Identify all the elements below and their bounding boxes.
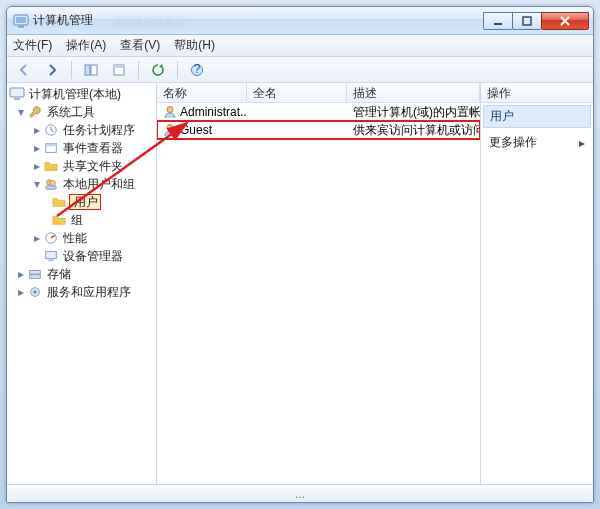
tree-label: 本地用户和组 xyxy=(63,176,135,193)
expand-icon[interactable]: ▸ xyxy=(31,232,43,244)
expand-icon[interactable]: ▸ xyxy=(31,160,43,172)
properties-button[interactable] xyxy=(108,59,130,81)
user-icon xyxy=(163,123,177,137)
tree-users[interactable]: 用户 xyxy=(7,193,156,211)
table-row[interactable]: Administrat... 管理计算机(域)的内置帐户 xyxy=(157,103,480,121)
tree-label: 系统工具 xyxy=(47,104,95,121)
svg-rect-1 xyxy=(18,26,24,28)
tree-system-tools[interactable]: ▾ 系统工具 xyxy=(7,103,156,121)
column-header-fullname[interactable]: 全名 xyxy=(247,83,347,102)
svg-point-25 xyxy=(33,290,37,294)
app-icon xyxy=(13,13,29,29)
clock-icon xyxy=(43,122,59,138)
expand-icon[interactable]: ▸ xyxy=(15,268,27,280)
menubar: 文件(F) 操作(A) 查看(V) 帮助(H) xyxy=(7,35,593,57)
window-frame: 计算机管理 ░░░░░░░ 文件(F) 操作(A) 查看(V) 帮助(H) ? xyxy=(6,6,594,503)
maximize-button[interactable] xyxy=(512,12,542,30)
storage-icon xyxy=(27,266,43,282)
actions-pane: 操作 用户 更多操作 ▸ xyxy=(481,83,593,484)
middle-wrap: 名称 全名 描述 Administrat... 管理计算机(域)的内置帐户 xyxy=(157,83,593,484)
computer-icon xyxy=(9,86,25,102)
tree-groups[interactable]: 组 xyxy=(7,211,156,229)
toolbar-separator xyxy=(177,61,178,79)
menu-help[interactable]: 帮助(H) xyxy=(174,37,215,54)
show-hide-tree-button[interactable] xyxy=(80,59,102,81)
actions-more[interactable]: 更多操作 ▸ xyxy=(481,130,593,155)
list-header: 名称 全名 描述 xyxy=(157,83,480,103)
collapse-icon[interactable]: ▾ xyxy=(15,106,27,118)
wrench-icon xyxy=(27,104,43,120)
svg-rect-22 xyxy=(30,271,41,275)
help-button[interactable]: ? xyxy=(186,59,208,81)
forward-button[interactable] xyxy=(41,59,63,81)
tree-label: 存储 xyxy=(47,266,71,283)
tree-label: 计算机管理(本地) xyxy=(29,86,121,103)
svg-rect-8 xyxy=(114,65,124,68)
tree-label: 共享文件夹 xyxy=(63,158,123,175)
folder-icon xyxy=(51,212,67,228)
shared-folder-icon xyxy=(43,158,59,174)
event-icon xyxy=(43,140,59,156)
refresh-button[interactable] xyxy=(147,59,169,81)
performance-icon xyxy=(43,230,59,246)
menu-file[interactable]: 文件(F) xyxy=(13,37,52,54)
svg-rect-23 xyxy=(30,275,41,279)
services-icon xyxy=(27,284,43,300)
collapse-icon[interactable]: ▾ xyxy=(31,178,43,190)
statusbar-text: ... xyxy=(295,487,305,501)
expand-icon[interactable]: ▸ xyxy=(31,142,43,154)
toolbar: ? xyxy=(7,57,593,83)
column-header-name[interactable]: 名称 xyxy=(157,83,247,102)
tree-device-manager[interactable]: 设备管理器 xyxy=(7,247,156,265)
tree-root[interactable]: 计算机管理(本地) xyxy=(7,85,156,103)
svg-rect-5 xyxy=(85,65,90,75)
tree-performance[interactable]: ▸ 性能 xyxy=(7,229,156,247)
column-header-desc[interactable]: 描述 xyxy=(347,83,480,102)
svg-rect-3 xyxy=(494,23,502,25)
list-pane: 名称 全名 描述 Administrat... 管理计算机(域)的内置帐户 xyxy=(157,83,481,484)
svg-rect-4 xyxy=(523,17,531,25)
tree-label: 组 xyxy=(71,212,83,229)
svg-point-27 xyxy=(167,125,173,131)
svg-point-17 xyxy=(50,181,55,186)
tree-label: 事件查看器 xyxy=(63,140,123,157)
svg-rect-11 xyxy=(10,88,24,97)
users-group-icon xyxy=(43,176,59,192)
svg-rect-20 xyxy=(46,252,57,259)
list-rows[interactable]: Administrat... 管理计算机(域)的内置帐户 Guest 供来宾访问… xyxy=(157,103,480,484)
tree-services-apps[interactable]: ▸ 服务和应用程序 xyxy=(7,283,156,301)
minimize-button[interactable] xyxy=(483,12,513,30)
tree-label: 任务计划程序 xyxy=(63,122,135,139)
table-row[interactable]: Guest 供来宾访问计算机或访问域的内... xyxy=(157,121,480,139)
cell-name: Guest xyxy=(157,123,247,137)
tree-shared-folders[interactable]: ▸ 共享文件夹 xyxy=(7,157,156,175)
user-icon xyxy=(163,105,177,119)
menu-action[interactable]: 操作(A) xyxy=(66,37,106,54)
tree-local-users-groups[interactable]: ▾ 本地用户和组 xyxy=(7,175,156,193)
cell-desc: 管理计算机(域)的内置帐户 xyxy=(347,104,480,121)
title-blur-decor: ░░░░░░░ xyxy=(113,14,187,28)
actions-body: 用户 更多操作 ▸ xyxy=(481,103,593,484)
device-manager-icon xyxy=(43,248,59,264)
svg-rect-6 xyxy=(91,65,97,75)
expand-icon[interactable]: ▸ xyxy=(15,286,27,298)
tree-storage[interactable]: ▸ 存储 xyxy=(7,265,156,283)
window-title: 计算机管理 xyxy=(33,12,93,29)
cell-text: Guest xyxy=(180,123,212,137)
body: 计算机管理(本地) ▾ 系统工具 ▸ 任务计划程序 ▸ 事件查看器 ▸ 共享文件 xyxy=(7,83,593,484)
tree-label: 性能 xyxy=(63,230,87,247)
tree-task-scheduler[interactable]: ▸ 任务计划程序 xyxy=(7,121,156,139)
svg-rect-18 xyxy=(46,186,57,190)
tree-pane[interactable]: 计算机管理(本地) ▾ 系统工具 ▸ 任务计划程序 ▸ 事件查看器 ▸ 共享文件 xyxy=(7,83,157,484)
actions-heading: 用户 xyxy=(483,105,591,128)
menu-view[interactable]: 查看(V) xyxy=(120,37,160,54)
tree-label: 服务和应用程序 xyxy=(47,284,131,301)
close-button[interactable] xyxy=(541,12,589,30)
window-controls xyxy=(484,12,589,30)
back-button[interactable] xyxy=(13,59,35,81)
tree-event-viewer[interactable]: ▸ 事件查看器 xyxy=(7,139,156,157)
titlebar[interactable]: 计算机管理 ░░░░░░░ xyxy=(7,7,593,35)
svg-point-26 xyxy=(167,107,173,113)
toolbar-separator xyxy=(71,61,72,79)
expand-icon[interactable]: ▸ xyxy=(31,124,43,136)
